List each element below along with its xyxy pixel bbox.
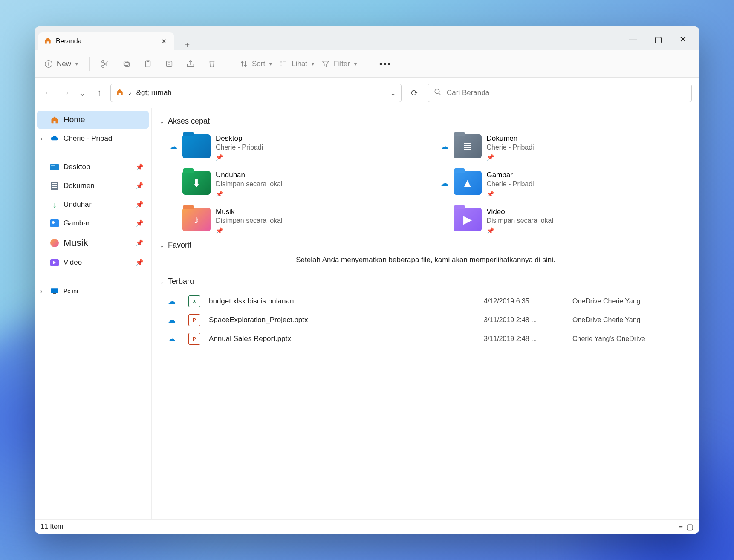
explorer-window: Beranda ✕ ＋ — ▢ ✕ New ▾ Sort ▾ bbox=[35, 26, 699, 534]
quick-item-desktop[interactable]: ☁ Desktop Cherie - Pribadi 📌 bbox=[167, 132, 421, 163]
sort-button[interactable]: Sort ▾ bbox=[237, 58, 274, 70]
section-label: Akses cepat bbox=[168, 117, 210, 126]
up-button[interactable]: ↑ bbox=[93, 86, 105, 100]
item-count: 11 bbox=[40, 523, 48, 531]
quick-item-music[interactable]: ☁ ♪ Musik Disimpan secara lokal 📌 bbox=[167, 205, 421, 237]
new-label: New bbox=[57, 60, 71, 68]
download-icon: ↓ bbox=[50, 200, 59, 209]
rename-button[interactable] bbox=[163, 58, 176, 70]
pin-icon: 📌 bbox=[136, 163, 144, 171]
sidebar-item-documents[interactable]: Dokumen 📌 bbox=[37, 177, 149, 195]
quick-item-name: Musik bbox=[216, 208, 283, 216]
cloud-icon: ☁ bbox=[441, 179, 448, 188]
svg-point-11 bbox=[435, 89, 439, 94]
refresh-button[interactable]: ⟳ bbox=[407, 88, 422, 98]
sidebar-item-downloads[interactable]: ↓ Unduhan 📌 bbox=[37, 196, 149, 214]
home-icon bbox=[50, 115, 59, 124]
sidebar-item-music[interactable]: Musik 📌 bbox=[37, 233, 149, 253]
expand-icon[interactable]: › bbox=[40, 135, 43, 142]
details-view-button[interactable]: ≡ bbox=[678, 522, 683, 531]
recent-locations-button[interactable]: ⌄ bbox=[76, 86, 88, 100]
video-icon bbox=[50, 258, 59, 267]
sidebar-label: Unduhan bbox=[64, 200, 93, 209]
share-button[interactable] bbox=[184, 58, 197, 70]
toolbar: New ▾ Sort ▾ Lihat ▾ Filter ▾ • bbox=[35, 50, 699, 78]
section-favorites[interactable]: ⌄ Favorit bbox=[159, 237, 692, 256]
pin-icon: 📌 bbox=[136, 259, 144, 266]
address-bar[interactable]: › &gt; rumah ⌄ bbox=[110, 84, 402, 102]
paste-button[interactable] bbox=[142, 58, 154, 70]
pin-icon: 📌 bbox=[487, 191, 534, 197]
sidebar-item-home[interactable]: Home bbox=[37, 111, 149, 129]
cloud-icon: ☁ bbox=[168, 297, 185, 306]
cloud-icon: ☁ bbox=[168, 315, 185, 325]
quick-access-grid: ☁ Desktop Cherie - Pribadi 📌 ☁ ≣ Dokumen… bbox=[159, 132, 692, 237]
favorites-empty-text: Setelah Anda menyematkan beberapa file, … bbox=[159, 256, 692, 273]
sidebar-item-video[interactable]: Video 📌 bbox=[37, 254, 149, 271]
svg-rect-4 bbox=[124, 61, 128, 65]
expand-icon[interactable]: › bbox=[40, 288, 43, 294]
search-box[interactable] bbox=[428, 84, 692, 102]
pin-icon: 📌 bbox=[136, 239, 144, 247]
filter-button[interactable]: Filter ▾ bbox=[319, 58, 358, 70]
sidebar-label: Home bbox=[64, 115, 85, 124]
sidebar-label: Dokumen bbox=[64, 182, 95, 190]
search-input[interactable] bbox=[447, 89, 685, 97]
window-controls: — ▢ ✕ bbox=[629, 34, 699, 50]
folder-icon: ⬇ bbox=[182, 171, 211, 195]
copy-button[interactable] bbox=[120, 58, 133, 70]
document-icon bbox=[50, 181, 59, 191]
quick-item-doc[interactable]: ☁ ≣ Dokumen Cherie - Pribadi 📌 bbox=[438, 132, 692, 163]
chevron-down-icon: ⌄ bbox=[159, 242, 165, 249]
quick-item-video[interactable]: ☁ ▶ Video Disimpan secara lokal 📌 bbox=[438, 205, 692, 237]
section-recent[interactable]: ⌄ Terbaru bbox=[159, 273, 692, 292]
titlebar: Beranda ✕ ＋ — ▢ ✕ bbox=[35, 26, 699, 50]
minimize-button[interactable]: — bbox=[629, 35, 637, 44]
quick-item-name: Gambar bbox=[487, 171, 534, 179]
recent-item[interactable]: ☁ P SpaceExploration_Project.pptx 3/11/2… bbox=[159, 311, 692, 329]
section-label: Terbaru bbox=[168, 277, 194, 286]
pin-icon: 📌 bbox=[136, 201, 144, 208]
quick-item-name: Dokumen bbox=[487, 134, 534, 143]
forward-button[interactable]: → bbox=[59, 86, 71, 100]
address-path: &gt; rumah bbox=[136, 89, 172, 97]
more-button[interactable]: ••• bbox=[378, 57, 393, 71]
breadcrumb-separator: › bbox=[129, 89, 131, 97]
filter-label: Filter bbox=[334, 60, 350, 68]
folder-icon: ≣ bbox=[454, 134, 482, 158]
recent-item[interactable]: ☁ P Annual Sales Report.pptx 3/11/2019 2… bbox=[159, 329, 692, 348]
sidebar-label: Pc ini bbox=[64, 288, 78, 294]
maximize-button[interactable]: ▢ bbox=[654, 34, 662, 44]
cloud-icon: ☁ bbox=[170, 142, 177, 151]
svg-rect-12 bbox=[51, 288, 58, 293]
thumbnails-view-button[interactable]: ▢ bbox=[686, 522, 694, 531]
quick-item-dl[interactable]: ☁ ⬇ Unduhan Disimpan secara lokal 📌 bbox=[167, 168, 421, 200]
folder-icon bbox=[182, 134, 211, 158]
quick-item-pic[interactable]: ☁ ▲ Gambar Cherie - Pribadi 📌 bbox=[438, 168, 692, 200]
file-date: 4/12/2019 6:35 ... bbox=[484, 297, 569, 305]
file-icon: P bbox=[188, 314, 200, 326]
view-label: Lihat bbox=[292, 60, 307, 68]
close-button[interactable]: ✕ bbox=[679, 34, 687, 44]
quick-item-name: Desktop bbox=[216, 134, 263, 143]
svg-point-10 bbox=[281, 65, 282, 66]
sidebar-item-thispc[interactable]: › Pc ini bbox=[37, 282, 149, 300]
sidebar-item-pictures[interactable]: Gambar 📌 bbox=[37, 214, 149, 232]
pin-icon: 📌 bbox=[216, 191, 283, 197]
recent-item[interactable]: ☁ X budget.xlsx bisnis bulanan 4/12/2019… bbox=[159, 292, 692, 311]
delete-button[interactable] bbox=[205, 58, 218, 70]
section-quick-access[interactable]: ⌄ Akses cepat bbox=[159, 113, 692, 132]
sidebar-item-onedrive[interactable]: › Cherie - Pribadi bbox=[37, 130, 149, 147]
cloud-icon: ☁ bbox=[168, 334, 185, 344]
new-tab-button[interactable]: ＋ bbox=[174, 39, 200, 50]
recent-list: ☁ X budget.xlsx bisnis bulanan 4/12/2019… bbox=[159, 292, 692, 348]
sidebar-item-desktop[interactable]: Desktop 📌 bbox=[37, 158, 149, 176]
statusbar: 11 Item ≡ ▢ bbox=[35, 519, 699, 534]
back-button[interactable]: ← bbox=[42, 86, 54, 100]
address-dropdown-button[interactable]: ⌄ bbox=[390, 89, 396, 98]
tab-home[interactable]: Beranda ✕ bbox=[38, 32, 174, 50]
view-button[interactable]: Lihat ▾ bbox=[277, 58, 316, 70]
tab-close-button[interactable]: ✕ bbox=[161, 38, 167, 46]
new-button[interactable]: New ▾ bbox=[42, 58, 80, 70]
cut-button[interactable] bbox=[99, 58, 112, 70]
